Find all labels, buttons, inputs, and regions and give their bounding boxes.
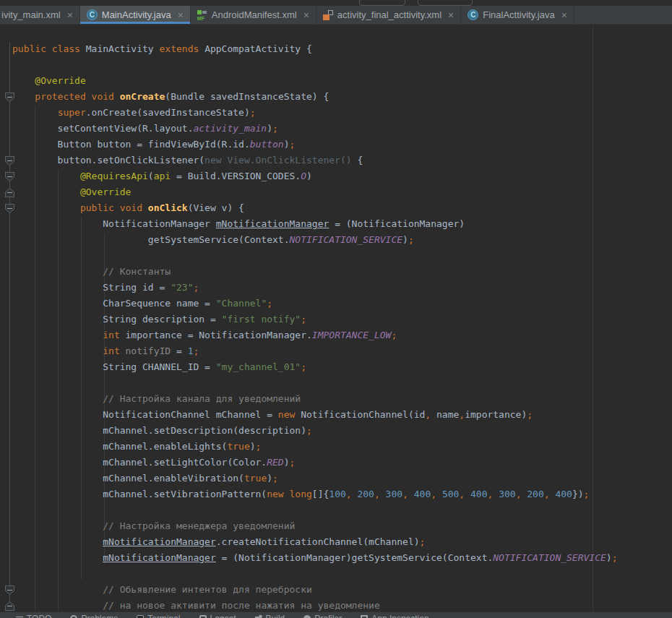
code-token xyxy=(12,520,103,531)
tab-close-icon[interactable]: × xyxy=(67,10,73,20)
tab-label: activity_final_acttivity.xml xyxy=(337,9,441,20)
toolwindow-button-problems[interactable]: Problems xyxy=(70,614,118,618)
code-token: ; xyxy=(290,457,296,468)
code-token: 400 xyxy=(555,489,572,499)
code-token: "first notify" xyxy=(222,314,301,325)
code-token: Button button = findViewById(R.id. xyxy=(12,139,250,150)
code-line: @Override xyxy=(12,184,131,200)
code-token xyxy=(465,489,470,499)
code-token xyxy=(12,536,103,547)
tab-androidmanifest-xml[interactable]: MFAndroidManifest.xml× xyxy=(191,6,316,24)
code-token: ) xyxy=(402,234,408,245)
code-line: @RequiresApi(api = Build.VERSION_CODES.O… xyxy=(12,168,312,184)
code-line: int importance = NotificationManager.IMP… xyxy=(12,327,397,343)
code-editor[interactable]: public class MainActivity extends AppCom… xyxy=(0,25,672,611)
code-token: ; xyxy=(272,473,278,484)
code-token: }) xyxy=(572,489,584,499)
code-token: = (NotificationManager)getSystemService(… xyxy=(216,552,494,563)
tab-ivity-main-xml[interactable]: ivity_main.xml× xyxy=(0,6,80,24)
code-token: 500 xyxy=(442,489,459,499)
code-token: mChannel.setLightColor(Color. xyxy=(12,457,267,468)
code-line: setContentView(R.layout.activity_main); xyxy=(12,121,278,137)
code-line: // Настройка канала для уведомлений xyxy=(12,391,301,407)
code-line: button.setOnClickListener(new View.OnCli… xyxy=(12,153,363,168)
toolwindow-label: Profiler xyxy=(314,614,342,618)
code-token xyxy=(12,266,103,277)
code-token: true xyxy=(244,473,267,484)
code-token: ; xyxy=(301,314,306,325)
code-token: (Bundle savedInstanceState) { xyxy=(165,91,329,102)
code-line: mChannel.setLightColor(Color.RED); xyxy=(12,455,295,471)
code-token: , xyxy=(402,489,408,499)
tab-label: MainActivity.java xyxy=(102,9,171,20)
code-token: super xyxy=(58,107,86,118)
code-line: CharSequence name = "Channel"; xyxy=(12,296,272,312)
code-token: // Константы xyxy=(103,266,171,277)
tab-close-icon[interactable]: × xyxy=(178,10,184,20)
code-token xyxy=(12,107,58,118)
tab-finalacttivity-java[interactable]: CFinalActtivity.java× xyxy=(461,6,574,24)
inspection-icon xyxy=(361,615,368,618)
code-line: Button button = findViewById(R.id.button… xyxy=(12,137,295,153)
tab-label: FinalActtivity.java xyxy=(483,9,554,20)
code-token: ; xyxy=(250,107,256,118)
code-token: "23" xyxy=(171,282,193,293)
gutter-fold-line xyxy=(9,42,10,611)
code-token: onCreate xyxy=(120,91,165,102)
run-config-button[interactable] xyxy=(359,0,405,6)
code-line: mChannel.setDescription(description); xyxy=(12,423,312,439)
code-token: 300 xyxy=(499,489,515,499)
tab-close-icon[interactable]: × xyxy=(303,10,309,20)
toolwindow-button-logcat[interactable]: Logcat xyxy=(199,614,236,618)
code-token: { xyxy=(357,155,363,166)
code-token: []{ xyxy=(312,489,329,499)
code-token: , xyxy=(346,489,352,499)
code-token: "Channel" xyxy=(216,298,267,309)
code-token: public void xyxy=(80,202,148,213)
code-token: String description = xyxy=(12,314,222,325)
tab-activity-final-acttivity-xml[interactable]: activity_final_acttivity.xml× xyxy=(316,6,461,24)
right-margin-guide xyxy=(593,25,593,611)
code-token: @Override xyxy=(80,186,131,197)
code-token: protected void xyxy=(35,91,119,102)
code-token: , xyxy=(544,489,550,499)
code-token: mNotificationManager xyxy=(216,218,329,229)
code-token: setContentView(R.layout. xyxy=(12,123,193,134)
toolwindow-button-build[interactable]: Build xyxy=(255,614,285,618)
tab-label: ivity_main.xml xyxy=(1,9,61,20)
toolwindow-button-terminal[interactable]: Terminal xyxy=(137,614,180,618)
code-token: MainActivity xyxy=(86,43,160,54)
code-token: @Override xyxy=(35,75,85,86)
code-token xyxy=(12,393,103,404)
code-token: mChannel.enableVibration( xyxy=(12,473,244,484)
code-token: ) xyxy=(306,171,312,181)
code-token: ; xyxy=(584,489,590,499)
code-token: name xyxy=(431,409,459,420)
tab-close-icon[interactable]: × xyxy=(448,10,454,20)
toolwindow-button-app-inspection[interactable]: App Inspection xyxy=(361,614,428,618)
code-token: NOTIFICATION_SERVICE xyxy=(290,234,403,245)
code-token: ) xyxy=(250,441,256,452)
device-selector-button[interactable] xyxy=(418,0,473,6)
code-token xyxy=(12,346,103,356)
code-line: String id = "23"; xyxy=(12,280,199,296)
code-line: getSystemService(Context.NOTIFICATION_SE… xyxy=(12,232,414,248)
code-token: public class xyxy=(12,43,86,54)
code-token: , xyxy=(431,489,436,499)
code-token: NotificationManager xyxy=(12,218,216,229)
toolwindow-label: App Inspection xyxy=(371,614,428,618)
code-token: ; xyxy=(612,552,618,563)
tab-mainactivity-java[interactable]: CMainActivity.java× xyxy=(80,6,191,24)
code-line: super.onCreate(savedInstanceState); xyxy=(12,105,256,121)
tab-close-icon[interactable]: × xyxy=(561,10,567,20)
code-token: O xyxy=(301,171,306,181)
code-token: IMPORTANCE_LOW xyxy=(312,330,392,340)
code-line: String description = "first notify"; xyxy=(12,312,306,327)
code-token: mChannel.setVibrationPattern( xyxy=(12,489,267,499)
toolwindow-button-todo[interactable]: TODO xyxy=(16,614,51,618)
code-line: public class MainActivity extends AppCom… xyxy=(12,41,312,57)
code-token: int xyxy=(103,346,119,356)
code-token: @RequiresApi xyxy=(80,171,148,181)
toolwindow-button-profiler[interactable]: Profiler xyxy=(303,614,342,618)
code-token: mChannel.setDescription(description) xyxy=(12,425,306,436)
